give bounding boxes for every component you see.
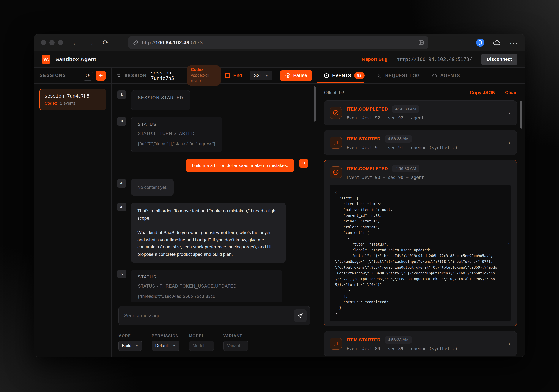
user-message: build me a billion dollar saas. make no …: [117, 159, 308, 172]
events-count-badge: 92: [354, 72, 365, 79]
more-menu-icon[interactable]: ···: [510, 39, 518, 46]
status-message: S STATUS STATUS - THREAD.TOKEN_USAGE.UPD…: [117, 269, 308, 302]
end-checkbox[interactable]: [225, 73, 230, 78]
disconnect-button[interactable]: Disconnect: [481, 53, 517, 65]
send-button[interactable]: [294, 309, 307, 322]
status-message: S STATUS STATUS - TURN.STARTED {"id":"0"…: [117, 117, 308, 152]
event-card[interactable]: ITEM.STARTED 4:56:33 AM Event #evt_91 – …: [324, 130, 517, 155]
chat-bubble-icon: [116, 73, 121, 79]
user-avatar: U: [299, 159, 308, 168]
forward-icon[interactable]: →: [87, 39, 94, 46]
active-tab-underline: [317, 82, 364, 83]
chat-scrollbar[interactable]: [314, 86, 316, 122]
pause-button[interactable]: Pause: [280, 70, 312, 81]
close-window-button[interactable]: [41, 40, 46, 45]
ai-avatar: AI: [117, 179, 126, 188]
chevron-right-icon[interactable]: ›: [508, 340, 510, 347]
session-started-bubble: SESSION STARTED: [131, 90, 190, 110]
system-avatar: S: [117, 90, 126, 99]
reader-grid-icon[interactable]: [418, 39, 424, 46]
browser-window: ← → ⟳ http://100.94.102.49:5173 ··· SA: [34, 34, 525, 357]
password-manager-icon[interactable]: [476, 38, 484, 47]
copy-json-button[interactable]: Copy JSON: [470, 90, 495, 95]
model-label: MODEL: [189, 334, 214, 338]
chevron-down-icon: ▼: [135, 344, 139, 348]
system-message: S SESSION STARTED: [117, 90, 308, 110]
browser-chrome: ← → ⟳ http://100.94.102.49:5173 ···: [34, 34, 525, 51]
ai-message: AI No content yet.: [117, 179, 308, 196]
message-input[interactable]: Send a message...: [118, 306, 310, 325]
refresh-icon[interactable]: ⟳: [103, 39, 108, 46]
clear-events-button[interactable]: Clear: [505, 90, 517, 95]
composer: Send a message...: [112, 302, 317, 329]
event-time: 4:56:33 AM: [392, 105, 419, 113]
event-time: 4:56:33 AM: [385, 135, 412, 143]
status-bubble: STATUS STATUS - TURN.STARTED {"id":"0","…: [131, 117, 222, 152]
events-panel: EVENTS 92 REQUEST LOG AGENTS: [317, 68, 525, 357]
play-circle-icon: [324, 73, 329, 78]
user-bubble: build me a billion dollar saas. make no …: [186, 159, 294, 172]
item-completed-icon: [330, 166, 342, 178]
permission-label: PERMISSION: [152, 334, 179, 338]
item-started-icon: [330, 338, 342, 349]
ai-bubble: No content yet.: [131, 179, 174, 196]
refresh-sessions-button[interactable]: ⟳: [83, 71, 93, 80]
session-events-count: 1 events: [60, 101, 75, 106]
mode-label: MODE: [118, 334, 142, 338]
cloud-icon[interactable]: [493, 39, 501, 46]
event-time: 4:56:33 AM: [385, 336, 412, 344]
permission-select[interactable]: Default▼: [152, 341, 179, 351]
session-header-name: session-7un4c7h5: [151, 70, 182, 81]
plus-icon: +: [99, 71, 103, 80]
event-card[interactable]: ITEM.COMPLETED 4:56:33 AM Event #evt_92 …: [324, 100, 517, 125]
send-icon: [297, 312, 303, 319]
system-avatar: S: [117, 269, 126, 278]
event-subtitle: Event #evt_90 – seq 90 – agent: [347, 175, 511, 180]
session-list-item[interactable]: session-7un4c7h5 Codex 1 events: [39, 89, 106, 110]
session-config-row: MODE Build▼ PERMISSION Default▼ MODEL Mo…: [112, 329, 317, 357]
chevron-down-icon[interactable]: ›: [506, 242, 512, 244]
app-title: Sandbox Agent: [55, 56, 96, 62]
message-input-placeholder: Send a message...: [124, 313, 165, 319]
zoom-window-button[interactable]: [58, 40, 63, 45]
mode-select[interactable]: Build▼: [118, 341, 142, 351]
agents-cloud-icon: [432, 73, 437, 78]
sessions-title: SESSIONS: [40, 73, 66, 78]
variant-input[interactable]: Variant: [224, 341, 248, 351]
events-scrollbar[interactable]: [520, 101, 522, 129]
message-list[interactable]: S SESSION STARTED S STATUS STATUS - TURN…: [112, 84, 317, 302]
item-started-icon: [330, 137, 342, 149]
item-completed-icon: [330, 107, 342, 119]
minimize-window-button[interactable]: [49, 40, 55, 45]
ai-bubble: That’s a tall order. To move fast and “m…: [131, 203, 286, 263]
window-controls[interactable]: [41, 40, 63, 45]
event-card[interactable]: ITEM.STARTED 4:56:33 AM Event #evt_89 – …: [324, 331, 517, 356]
app-logo: SA: [42, 55, 50, 64]
transport-select[interactable]: SSE ▼: [250, 71, 272, 80]
chevron-right-icon[interactable]: ›: [508, 110, 510, 116]
agent-version-badge: Codex vcodex-cli 0.91.0: [186, 65, 221, 86]
event-list[interactable]: ITEM.COMPLETED 4:56:33 AM Event #evt_92 …: [317, 100, 525, 357]
model-input[interactable]: Model: [189, 341, 214, 351]
pause-icon: [285, 73, 291, 78]
tab-events[interactable]: EVENTS 92: [324, 72, 365, 79]
event-time: 4:56:33 AM: [392, 165, 419, 172]
server-url: http://100.94.102.49:5173/: [396, 57, 472, 62]
back-icon[interactable]: ←: [72, 39, 79, 46]
end-label: End: [233, 73, 242, 78]
sessions-sidebar: SESSIONS ⟳ + session-7un4c7h5 Codex 1 ev…: [34, 68, 112, 357]
event-card-expanded[interactable]: ITEM.COMPLETED 4:56:33 AM Event #evt_90 …: [324, 160, 517, 326]
new-session-button[interactable]: +: [96, 71, 106, 80]
chevron-down-icon: ▼: [265, 73, 269, 78]
tab-request-log[interactable]: REQUEST LOG: [377, 73, 420, 78]
url-text: http://100.94.102.49:5173: [142, 40, 203, 46]
tab-agents[interactable]: AGENTS: [432, 73, 460, 78]
session-label: SESSION: [125, 73, 147, 78]
ai-message: AI That’s a tall order. To move fast and…: [117, 203, 308, 263]
report-bug-link[interactable]: Report Bug: [362, 57, 387, 62]
chevron-right-icon[interactable]: ›: [508, 139, 510, 146]
status-bubble: STATUS STATUS - THREAD.TOKEN_USAGE.UPDAT…: [131, 269, 282, 302]
session-agent: Codex: [45, 101, 57, 106]
ai-avatar: AI: [117, 203, 126, 212]
address-bar[interactable]: http://100.94.102.49:5173: [128, 36, 428, 49]
